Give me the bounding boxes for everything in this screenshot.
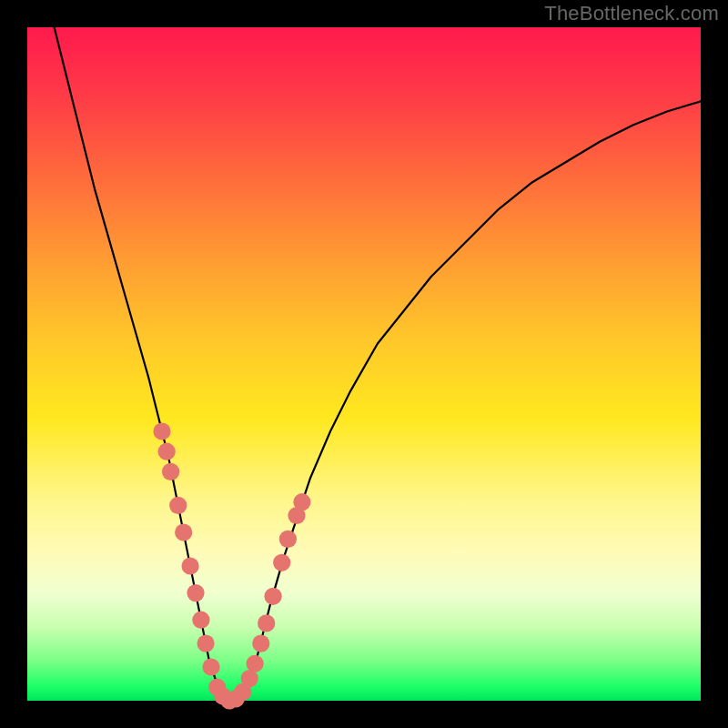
plot-area	[27, 27, 701, 701]
watermark-text: TheBottleneck.com	[544, 2, 719, 25]
chart-frame: TheBottleneck.com	[0, 0, 728, 728]
